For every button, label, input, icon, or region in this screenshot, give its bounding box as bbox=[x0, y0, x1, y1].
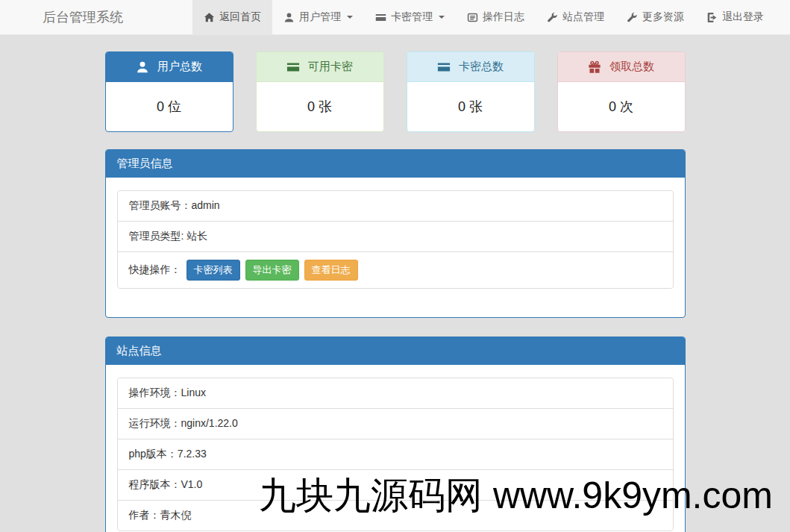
stat-title: 领取总数 bbox=[609, 60, 654, 74]
nav-item-home[interactable]: 返回首页 bbox=[192, 0, 272, 34]
stat-card-available-cards: 可用卡密 0 张 bbox=[256, 51, 384, 132]
stat-card-header: 用户总数 bbox=[106, 52, 233, 82]
row-label: 操作环境： bbox=[129, 387, 181, 398]
stat-title: 卡密总数 bbox=[459, 60, 504, 74]
chevron-down-icon bbox=[439, 16, 445, 19]
log-icon bbox=[467, 12, 478, 23]
row-label: 运行环境： bbox=[129, 417, 181, 429]
nav-item-label: 用户管理 bbox=[299, 10, 341, 24]
stat-card-header: 卡密总数 bbox=[407, 52, 534, 82]
nav-item-label: 站点管理 bbox=[562, 10, 604, 24]
nav-item-label: 退出登录 bbox=[722, 10, 764, 24]
stat-card-total-claims: 领取总数 0 次 bbox=[557, 51, 686, 132]
watermark-text: 九块九源码网 www.9k9ym.com bbox=[259, 473, 773, 518]
stat-value: 0 张 bbox=[407, 82, 534, 131]
user-icon bbox=[283, 12, 295, 23]
view-log-button[interactable]: 查看日志 bbox=[304, 260, 358, 281]
gift-icon bbox=[588, 60, 601, 74]
stat-title: 可用卡密 bbox=[308, 60, 353, 74]
row-value: Linux bbox=[181, 387, 206, 398]
row-label: 快捷操作： bbox=[129, 263, 181, 277]
nav-item-card-management[interactable]: 卡密管理 bbox=[364, 0, 456, 34]
row-label: php版本： bbox=[129, 448, 178, 460]
stat-value: 0 张 bbox=[257, 82, 383, 131]
panel-title: 站点信息 bbox=[106, 337, 685, 365]
admin-info-panel: 管理员信息 管理员账号：admin 管理员类型: 站长 快捷操作： 卡密列表 导… bbox=[105, 149, 686, 318]
row-value: nginx/1.22.0 bbox=[181, 417, 238, 429]
brand-title[interactable]: 后台管理系统 bbox=[0, 0, 192, 34]
admin-info-list: 管理员账号：admin 管理员类型: 站长 快捷操作： 卡密列表 导出卡密 查看… bbox=[117, 190, 674, 289]
credit-card-icon bbox=[437, 60, 451, 74]
stat-title: 用户总数 bbox=[157, 60, 202, 74]
wrench-icon bbox=[627, 12, 638, 23]
stat-card-total-users: 用户总数 0 位 bbox=[105, 51, 233, 132]
row-label: 程序版本： bbox=[129, 478, 181, 490]
stat-value: 0 位 bbox=[106, 82, 233, 131]
row-label: 管理员类型: bbox=[129, 230, 187, 242]
home-icon bbox=[204, 12, 215, 23]
nav-item-more-resources[interactable]: 更多资源 bbox=[615, 0, 695, 34]
nav-item-operation-log[interactable]: 操作日志 bbox=[456, 0, 536, 34]
user-icon bbox=[136, 60, 149, 74]
stats-row: 用户总数 0 位 可用卡密 0 张 卡密总数 0 张 领取总数 0 次 bbox=[105, 51, 686, 132]
sign-out-icon bbox=[706, 12, 718, 23]
nav-item-label: 操作日志 bbox=[483, 10, 524, 24]
main-nav: 返回首页 用户管理 卡密管理 操作日志 站点管理 更多资源 退出登录 bbox=[192, 0, 775, 34]
nav-item-site-management[interactable]: 站点管理 bbox=[536, 0, 615, 34]
wrench-icon bbox=[547, 12, 558, 23]
panel-body: 管理员账号：admin 管理员类型: 站长 快捷操作： 卡密列表 导出卡密 查看… bbox=[106, 178, 685, 317]
main-content: 用户总数 0 位 可用卡密 0 张 卡密总数 0 张 领取总数 0 次 bbox=[105, 51, 686, 532]
row-label: 管理员账号： bbox=[129, 199, 192, 211]
top-navbar: 后台管理系统 返回首页 用户管理 卡密管理 操作日志 站点管理 更多资源 bbox=[0, 0, 790, 35]
nav-item-label: 卡密管理 bbox=[391, 10, 433, 24]
export-cards-button[interactable]: 导出卡密 bbox=[245, 260, 299, 281]
row-value: 青木倪 bbox=[160, 509, 192, 521]
list-item-quick-actions: 快捷操作： 卡密列表 导出卡密 查看日志 bbox=[118, 252, 673, 288]
stat-card-total-cards: 卡密总数 0 张 bbox=[407, 51, 535, 132]
row-value: admin bbox=[192, 199, 220, 211]
stat-card-header: 可用卡密 bbox=[257, 52, 383, 82]
list-item-runtime: 运行环境：nginx/1.22.0 bbox=[118, 409, 673, 439]
credit-card-icon bbox=[286, 60, 300, 74]
row-label: 作者： bbox=[129, 509, 160, 521]
list-item-admin-account: 管理员账号：admin bbox=[118, 191, 673, 222]
row-value: 7.2.33 bbox=[178, 448, 207, 460]
card-list-button[interactable]: 卡密列表 bbox=[186, 260, 240, 281]
nav-item-user-management[interactable]: 用户管理 bbox=[272, 0, 364, 34]
row-value: 站长 bbox=[186, 230, 207, 242]
stat-value: 0 次 bbox=[558, 82, 685, 131]
list-item-php-version: php版本：7.2.33 bbox=[118, 439, 673, 470]
chevron-down-icon bbox=[347, 16, 353, 19]
nav-item-label: 更多资源 bbox=[642, 10, 684, 24]
stat-card-header: 领取总数 bbox=[558, 52, 685, 82]
list-item-os: 操作环境：Linux bbox=[118, 378, 673, 409]
row-value: V1.0 bbox=[181, 478, 203, 490]
list-item-admin-type: 管理员类型: 站长 bbox=[118, 222, 673, 252]
panel-title: 管理员信息 bbox=[106, 150, 685, 178]
nav-item-logout[interactable]: 退出登录 bbox=[695, 0, 775, 34]
credit-card-icon bbox=[375, 12, 386, 23]
nav-item-label: 返回首页 bbox=[219, 10, 261, 24]
